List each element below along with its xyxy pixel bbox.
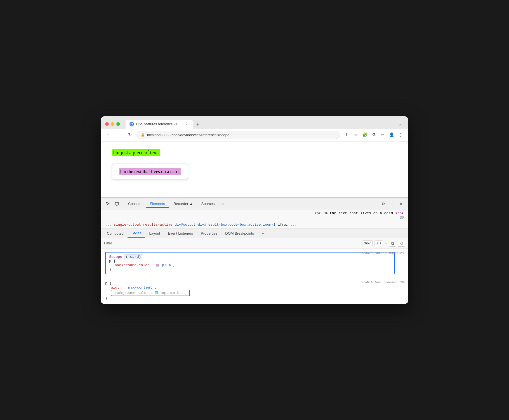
overridden-box: background-color : aquamarine ; xyxy=(111,290,190,296)
svg-rect-1 xyxy=(115,202,119,205)
plum-value: plum xyxy=(162,263,171,267)
back-button[interactable]: ← xyxy=(105,131,112,139)
share-icon[interactable]: ⬆ xyxy=(343,131,351,139)
address-bar: ← → ↻ 🔒 localhost:8080/docs/devtools/css… xyxy=(101,129,408,141)
dom-path: ... single-output.results-active div#out… xyxy=(101,221,408,229)
selected-element-content: I'm the text that lives on a card. xyxy=(321,211,395,215)
tab-elements[interactable]: Elements xyxy=(146,200,169,207)
tab-more-styles[interactable]: » xyxy=(258,229,268,238)
cls-button[interactable]: .cls xyxy=(374,240,383,246)
tab-styles[interactable]: Styles xyxy=(128,229,145,238)
plain-text-demo: I'm just a piece of text. xyxy=(112,150,397,156)
tab-recorder[interactable]: Recorder ▲ xyxy=(169,200,197,207)
selected-element-close: </p> xyxy=(395,211,404,215)
inspect-element-icon[interactable] xyxy=(104,200,112,208)
scope-keyword: @scope xyxy=(109,255,122,259)
tab-close-button[interactable]: × xyxy=(184,122,189,126)
semicolon-width: ; xyxy=(154,285,157,290)
path-item-4[interactable]: ifra… xyxy=(278,223,288,227)
path-dots: ... xyxy=(105,223,112,227)
traffic-lights xyxy=(105,122,120,126)
path-item-1[interactable]: single-output.results-active xyxy=(114,223,173,227)
plum-swatch xyxy=(156,264,159,266)
url-text: localhost:8080/docs/devtools/css/referen… xyxy=(147,133,336,137)
scope-rule-box: @scope (.card) p { background-color : pl… xyxy=(105,252,395,274)
selected-element-open: <p> xyxy=(314,211,321,215)
forward-button[interactable]: → xyxy=(115,131,123,139)
semicolon-1: ; xyxy=(173,263,175,267)
path-item-3[interactable]: div#result-box.code-box.active.zoom-1 xyxy=(198,223,276,227)
card-text: I'm the text that lives on a card. xyxy=(119,168,181,175)
colon-1: : xyxy=(152,263,156,267)
scope-at-rule-line: @scope (.card) xyxy=(109,255,391,259)
bg-color-prop-1: background-color xyxy=(115,263,150,267)
tab-computed[interactable]: Computed xyxy=(103,229,128,238)
rule-source-1[interactable]: YzaBq0o?ani…pe=embed:24 xyxy=(361,251,404,255)
scope-selector-value: (.card) xyxy=(124,254,143,259)
path-item-2[interactable]: div#output xyxy=(175,223,196,227)
extension-icon[interactable]: 🧩 xyxy=(361,131,369,139)
add-style-button[interactable]: + xyxy=(385,241,387,246)
bg-color-prop-2: background-color xyxy=(114,291,149,295)
devtools-panel: Console Elements Recorder ▲ Sources » ⚙ … xyxy=(101,197,408,304)
tab-event-listeners[interactable]: Event Listeners xyxy=(164,229,197,238)
selected-element-tag: <p>I'm the text that lives on a card.</p… xyxy=(105,211,404,215)
css-rules: YzaBq0o?ani…pe=embed:24 @scope (.card) p… xyxy=(101,249,408,304)
overridden-property-line: background-color : aquamarine ; xyxy=(111,290,404,296)
width-property-line: width : max-content ; xyxy=(111,285,404,290)
split-icon[interactable]: ▭ xyxy=(379,131,387,139)
plain-text: I'm just a piece of text. xyxy=(112,149,160,156)
scope-close-brace: } xyxy=(109,267,391,272)
filter-label: Filter xyxy=(104,241,360,245)
p-selector-line: p { xyxy=(105,281,404,285)
open-brace-2: { xyxy=(110,281,112,285)
flask-icon[interactable]: ⚗ xyxy=(370,131,378,139)
devtools-toolbar-right: ⚙ ⋮ ✕ xyxy=(379,200,405,208)
width-value: max-content xyxy=(128,285,152,290)
filter-bar: Filter :hov .cls + ⧉ ◁ xyxy=(101,238,408,249)
lock-icon: 🔒 xyxy=(141,133,145,137)
tab-layout[interactable]: Layout xyxy=(145,229,164,238)
reload-button[interactable]: ↻ xyxy=(126,131,134,139)
aquamarine-value: aquamarine xyxy=(161,291,183,295)
url-bar[interactable]: 🔒 localhost:8080/docs/devtools/css/refer… xyxy=(136,131,340,139)
rule-source-2[interactable]: YzaBq0o?ani…pe=embed:28 xyxy=(361,281,404,284)
new-tab-button[interactable]: + xyxy=(194,121,202,129)
settings-icon[interactable]: ⚙ xyxy=(379,200,387,208)
p-selector: p xyxy=(105,281,107,285)
maximize-button[interactable] xyxy=(116,122,120,126)
css-rule-p: YzaBq0o?ani…pe=embed:28 p { width : max-… xyxy=(101,278,408,304)
svg-rect-2 xyxy=(116,205,117,206)
devtools-toolbar: Console Elements Recorder ▲ Sources » ⚙ … xyxy=(101,198,408,210)
tab-properties[interactable]: Properties xyxy=(197,229,221,238)
tab-dom-breakpoints[interactable]: DOM Breakpoints xyxy=(221,229,258,238)
more-options-icon[interactable]: ⋮ xyxy=(397,131,404,139)
tab-sources[interactable]: Sources xyxy=(197,200,219,207)
page-content: I'm just a piece of text. I'm the text t… xyxy=(101,141,408,197)
minimize-button[interactable] xyxy=(111,122,114,126)
profile-icon[interactable]: 👤 xyxy=(388,131,395,139)
tabs-area: CSS features reference - Chro… × + xyxy=(126,120,392,129)
devtools-close-icon[interactable]: ✕ xyxy=(397,200,405,208)
tab-console[interactable]: Console xyxy=(124,200,145,207)
bookmark-icon[interactable]: ☆ xyxy=(352,131,360,139)
colon-width: : xyxy=(124,285,128,290)
devtools-more-icon[interactable]: ⋮ xyxy=(388,200,396,208)
scope-p-selector: p xyxy=(109,259,111,263)
toggle-button[interactable]: ◁ xyxy=(398,240,405,247)
path-dots-end: ... xyxy=(291,223,297,227)
close-button[interactable] xyxy=(105,122,109,126)
device-toolbar-icon[interactable] xyxy=(113,200,121,208)
tab-more-button[interactable]: ⌄ xyxy=(396,120,404,128)
tab-title: CSS features reference - Chro… xyxy=(136,122,182,126)
card-demo: I'm the text that lives on a card. xyxy=(112,164,188,180)
hov-button[interactable]: :hov xyxy=(362,240,373,246)
selected-element-display: <p>I'm the text that lives on a card.</p… xyxy=(101,210,408,221)
toolbar-icons: ⬆ ☆ 🧩 ⚗ ▭ 👤 ⋮ xyxy=(343,131,404,139)
scope-selector-line: p { xyxy=(109,259,391,263)
tab-more-devtools[interactable]: » xyxy=(219,200,226,208)
active-tab[interactable]: CSS features reference - Chro… × xyxy=(126,120,193,129)
copy-styles-button[interactable]: ⧉ xyxy=(389,240,396,247)
recorder-label: Recorder xyxy=(173,202,189,206)
semicolon-2: ; xyxy=(185,291,187,295)
